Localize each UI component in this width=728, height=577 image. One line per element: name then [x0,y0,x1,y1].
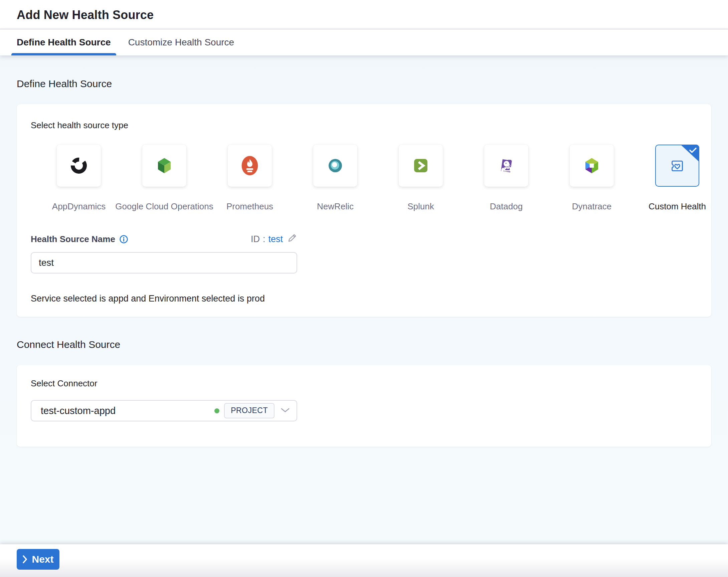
connect-section-heading: Connect Health Source [17,339,711,350]
select-connector-label: Select Connector [31,378,697,389]
connector-value: test-custom-appd [31,405,115,416]
google-cloud-operations-icon [155,156,174,175]
id-display: ID : test [251,233,297,245]
define-section-heading: Define Health Source [17,55,711,89]
connector-select[interactable]: test-custom-appd PROJECT [31,400,297,421]
prometheus-icon [240,155,260,176]
chevron-down-icon[interactable] [281,408,290,414]
source-option-datadog[interactable]: Datadog [484,145,528,212]
source-option-google-cloud-operations[interactable]: Google Cloud Operations [142,145,186,212]
chevron-right-icon [22,555,28,563]
panel-footer: Next [0,544,728,577]
newrelic-icon [326,156,345,175]
select-type-label: Select health source type [31,120,711,131]
check-icon [689,147,697,154]
connect-card: Select Connector test-custom-appd PROJEC… [17,365,711,447]
info-icon[interactable] [119,235,128,244]
tab-define-health-source[interactable]: Define Health Source [17,29,111,55]
health-source-type-list: AppDynamics Google Cloud Operations [57,145,711,212]
next-button[interactable]: Next [17,549,59,570]
define-card: Select health source type AppDynamics [17,104,711,317]
id-value-link[interactable]: test [268,234,283,244]
edit-id-icon[interactable] [287,233,297,245]
tab-bar: Define Health Source Customize Health So… [0,29,728,55]
health-source-name-input[interactable] [31,252,297,273]
dynatrace-icon [582,156,601,175]
health-source-name-label: Health Source Name [31,234,115,244]
custom-health-icon [668,156,687,175]
tab-customize-health-source[interactable]: Customize Health Source [128,29,234,55]
source-option-dynatrace[interactable]: Dynatrace [570,145,614,212]
page-title: Add New Health Source [17,8,728,22]
connector-status-dot [214,409,219,413]
source-option-prometheus[interactable]: Prometheus [228,145,272,212]
source-option-splunk[interactable]: Splunk [399,145,443,212]
source-option-newrelic[interactable]: NewRelic [313,145,357,212]
datadog-icon [497,156,516,175]
appdynamics-icon [69,156,88,175]
panel-header: Add New Health Source [0,0,728,29]
source-option-custom-health[interactable]: Custom Health [655,145,699,212]
connector-scope-badge: PROJECT [224,403,275,418]
splunk-icon [411,156,431,175]
name-id-row: Health Source Name ID : test [31,233,297,245]
panel-body: Define Health Source Select health sourc… [0,55,728,544]
source-option-appdynamics[interactable]: AppDynamics [57,145,101,212]
add-health-source-panel: Add New Health Source Define Health Sour… [0,0,728,577]
service-environment-text: Service selected is appd and Environment… [31,293,711,304]
